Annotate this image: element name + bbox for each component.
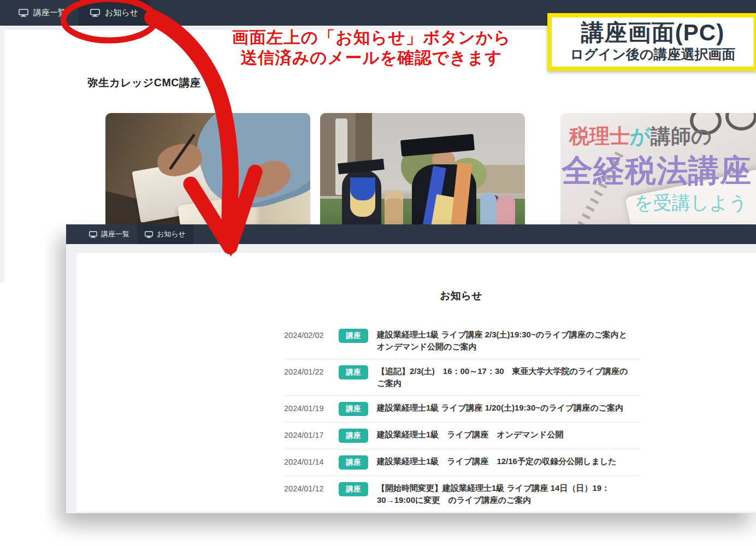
hood-shape	[350, 177, 375, 217]
announcements-page-screenshot: お知らせ 2024/02/02 講座 建設業経理士1級 ライブ講座 2/3(土)…	[66, 224, 756, 513]
banner-word-gray: 講師の	[651, 125, 712, 147]
banner-course-name: 全経税法講座	[562, 150, 752, 192]
banner-tagline: を受講しよう	[634, 191, 747, 216]
category-badge: 講座	[339, 482, 368, 496]
red-note-line1: 画面左上の「お知らせ」ボタンから	[197, 27, 546, 48]
announcement-date: 2024/01/14	[284, 455, 339, 466]
announcement-row[interactable]: 2024/02/02 講座 建設業経理士1級 ライブ講座 2/3(土)19:30…	[284, 323, 640, 359]
announcement-date: 2024/02/02	[284, 329, 339, 340]
category-badge: 講座	[339, 365, 368, 379]
announcement-row[interactable]: 2024/01/17 講座 建設業経理士1級 ライブ講座 オンデマンド公開	[284, 423, 640, 449]
overlay-navbar: 講座一覧 お知らせ	[66, 224, 756, 244]
nav-item-label: 講座一覧	[101, 229, 129, 239]
banner-headline: 税理士が講師の	[569, 123, 712, 150]
category-badge: 講座	[339, 329, 368, 343]
graduation-cap-shape	[400, 134, 475, 157]
red-note-line2: 送信済みのメールを確認できます	[197, 48, 546, 68]
nav-item-label: お知らせ	[157, 229, 186, 239]
announcements-heading: お知らせ	[284, 289, 638, 303]
nav-item-label: 講座一覧	[33, 8, 66, 18]
announcement-row[interactable]: 2024/01/14 講座 建設業経理士1級 ライブ講座 12/16予定の収録分…	[284, 449, 640, 476]
announcement-title: 【追記】2/3(土) 16：00～17：30 東亜大学大学院のライブ講座のご案内	[377, 365, 635, 389]
announcement-date: 2024/01/22	[284, 365, 339, 376]
announcement-title: 建設業経理士1級 ライブ講座 2/3(土)19:30~のライブ講座のご案内とオン…	[377, 329, 635, 353]
banner-word-red: 税理士	[569, 125, 630, 147]
announcement-date: 2024/01/19	[284, 402, 339, 413]
announcement-date: 2024/01/12	[284, 482, 339, 493]
category-badge: 講座	[339, 402, 368, 416]
announcement-row[interactable]: 2024/01/12 講座 【開始時間変更】建設業経理士1級 ライブ講座 14日…	[284, 476, 640, 512]
monitor-icon	[89, 231, 97, 238]
nav-item-course-list[interactable]: 講座一覧	[81, 224, 137, 244]
banner-word-teal: が	[630, 125, 651, 147]
nav-item-label: お知らせ	[105, 8, 138, 18]
monitor-icon	[145, 231, 153, 238]
screen-label-box: 講座画面(PC) ログイン後の講座選択画面	[547, 13, 756, 71]
red-annotation-note: 画面左上の「お知らせ」ボタンから 送信済みのメールを確認できます	[197, 27, 546, 68]
nav-item-announcements[interactable]: お知らせ	[137, 224, 193, 244]
monitor-icon	[90, 9, 100, 17]
banner-image: 税理士が講師の 全経税法講座 を受講しよう	[560, 113, 756, 234]
nav-item-course-list[interactable]: 講座一覧	[7, 0, 78, 26]
announcement-title: 【開始時間変更】建設業経理士1級 ライブ講座 14日（日）19：30→19:00…	[377, 482, 635, 506]
announcements-card: お知らせ 2024/02/02 講座 建設業経理士1級 ライブ講座 2/3(土)…	[76, 253, 756, 512]
screen-label-subtitle: ログイン後の講座選択画面	[556, 46, 749, 62]
glasses-shape	[725, 113, 756, 130]
screen-label-title: 講座画面(PC)	[556, 20, 749, 46]
announcement-title: 建設業経理士1級 ライブ講座 12/16予定の収録分公開しました	[377, 455, 635, 467]
announcement-title: 建設業経理士1級 ライブ講座 オンデマンド公開	[377, 429, 635, 441]
nav-item-announcements[interactable]: お知らせ	[78, 0, 150, 26]
announcement-row[interactable]: 2024/01/19 講座 建設業経理士1級 ライブ講座 1/20(土)19:3…	[284, 396, 640, 423]
announcement-date: 2024/01/17	[284, 429, 339, 440]
page-title: 弥生カレッジCMC講座	[87, 75, 201, 90]
announcement-title: 建設業経理士1級 ライブ講座 1/20(土)19:30~のライブ講座のご案内	[377, 402, 635, 414]
announcements-list: 2024/02/02 講座 建設業経理士1級 ライブ講座 2/3(土)19:30…	[284, 323, 640, 512]
category-badge: 講座	[339, 429, 368, 443]
announcement-row[interactable]: 2024/01/22 講座 【追記】2/3(土) 16：00～17：30 東亜大…	[284, 359, 640, 396]
category-badge: 講座	[339, 455, 368, 470]
monitor-icon	[19, 9, 28, 17]
screenshot-canvas: 弥生カレッジCMC講座	[0, 0, 756, 546]
